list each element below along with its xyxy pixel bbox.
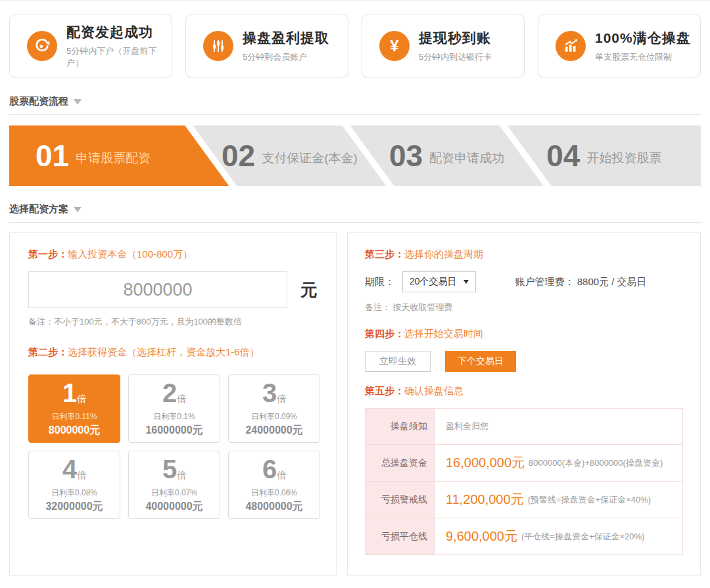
leverage-amount: 8000000元 bbox=[49, 424, 100, 438]
step-number: 02 bbox=[222, 141, 255, 171]
step-number: 01 bbox=[36, 141, 69, 171]
feature-card-allocation: 配资发起成功 5分钟内下户（开盘前下户） bbox=[9, 14, 172, 78]
step-01-apply[interactable]: 01 申请股票配资 bbox=[9, 125, 229, 186]
leverage-amount: 48000000元 bbox=[245, 500, 302, 514]
step4-label: 第四步： bbox=[365, 328, 404, 339]
stock-financing-page: 配资发起成功 5分钟内下户（开盘前下户） 操盘盈利提取 5分钟到会员账户 bbox=[0, 0, 710, 588]
step3-title: 选择你的操盘周期 bbox=[404, 248, 483, 260]
feature-subtitle: 5分钟内到达银行卡 bbox=[419, 51, 492, 63]
step1-heading: 第一步：输入投资本金（100-800万） bbox=[28, 248, 318, 261]
leverage-rate: 日利率0.11% bbox=[51, 411, 97, 422]
feature-card-profit: 操盘盈利提取 5分钟到会员账户 bbox=[185, 14, 348, 78]
leverage-option-5x[interactable]: 5倍 日利率0.07% 40000000元 bbox=[128, 451, 220, 519]
next-trading-day-button[interactable]: 下个交易日 bbox=[445, 351, 516, 372]
step-number: 04 bbox=[546, 141, 580, 171]
table-row-warning-line: 亏损警戒线 11,200,000元 (预警线=操盘资金+保证金×40%) bbox=[366, 481, 682, 518]
yuan-icon: ¥ bbox=[379, 31, 410, 61]
period-select-value: 20个交易日 bbox=[410, 276, 457, 288]
management-fee-label: 账户管理费： bbox=[515, 276, 575, 287]
principal-note: 备注：不小于100元，不大于800万元，且为100的整数倍 bbox=[28, 316, 318, 328]
leverage-times: 5 bbox=[162, 455, 177, 484]
leverage-option-4x[interactable]: 4倍 日利率0.08% 32000000元 bbox=[28, 451, 120, 519]
step-label: 配资申请成功 bbox=[429, 150, 504, 167]
sliders-icon bbox=[203, 31, 233, 61]
step2-label: 第二步： bbox=[28, 346, 68, 357]
fee-note: 备注： 按天收取管理费 bbox=[365, 302, 683, 313]
step1-label: 第一步： bbox=[28, 248, 68, 260]
leverage-times: 1 bbox=[62, 378, 77, 407]
process-section-title: 股票配资流程 bbox=[9, 95, 68, 108]
leverage-option-1x[interactable]: 1倍 日利率0.11% 8000000元 bbox=[28, 374, 120, 443]
table-row-liquidation-line: 亏损平仓线 9,600,000元 (平仓线=操盘资金+保证金×20%) bbox=[366, 518, 682, 554]
process-section-head: 股票配资流程 bbox=[0, 95, 710, 108]
top-divider bbox=[0, 0, 710, 1]
leverage-suffix: 倍 bbox=[77, 470, 86, 480]
row-value: 11,200,000元 bbox=[446, 491, 524, 509]
row-desc: (平仓线=操盘资金+保证金×20%) bbox=[521, 531, 644, 543]
leverage-rate: 日利率0.1% bbox=[153, 411, 195, 422]
refresh-circle-icon bbox=[27, 31, 57, 61]
leverage-rate: 日利率0.07% bbox=[151, 487, 197, 499]
feature-title: 配资发起成功 bbox=[66, 23, 172, 41]
process-steps-bar: 01 申请股票配资 02 支付保证金(本金) 03 配资申请成功 04 开始投资… bbox=[9, 125, 701, 186]
feature-subtitle: 5分钟到会员账户 bbox=[243, 51, 329, 63]
leverage-option-3x[interactable]: 3倍 日利率0.09% 24000000元 bbox=[228, 374, 320, 443]
leverage-amount: 32000000元 bbox=[45, 500, 103, 514]
step-label: 申请股票配资 bbox=[76, 150, 151, 167]
leverage-suffix: 倍 bbox=[277, 394, 286, 404]
step4-title: 选择开始交易时间 bbox=[404, 328, 483, 339]
step-label: 开始投资股票 bbox=[586, 150, 661, 167]
step4-heading: 第四步：选择开始交易时间 bbox=[365, 328, 683, 340]
feature-subtitle: 5分钟内下户（开盘前下户） bbox=[66, 45, 172, 69]
section-divider bbox=[9, 222, 701, 223]
row-value: 9,600,000元 bbox=[446, 528, 517, 545]
caret-down-icon bbox=[463, 280, 469, 284]
row-header: 总操盘资金 bbox=[366, 445, 435, 481]
row-desc: 盈利全归您 bbox=[446, 420, 488, 432]
leverage-times: 3 bbox=[262, 378, 277, 407]
feature-cards: 配资发起成功 5分钟内下户（开盘前下户） 操盘盈利提取 5分钟到会员账户 bbox=[0, 14, 710, 78]
table-row-total-funds: 总操盘资金 16,000,000元 8000000(本金)+8000000(操盘… bbox=[366, 444, 682, 481]
leverage-option-2x[interactable]: 2倍 日利率0.1% 16000000元 bbox=[128, 374, 220, 443]
feature-card-withdraw: ¥ 提现秒到账 5分钟内到达银行卡 bbox=[362, 14, 525, 78]
step3-heading: 第三步：选择你的操盘周期 bbox=[365, 248, 683, 261]
caret-down-icon[interactable] bbox=[74, 99, 82, 104]
left-panel: 第一步：输入投资本金（100-800万） 元 备注：不小于100元，不大于800… bbox=[9, 232, 337, 576]
leverage-times: 6 bbox=[262, 455, 277, 484]
leverage-rate: 日利率0.09% bbox=[251, 411, 297, 422]
feature-title: 100%满仓操盘 bbox=[595, 29, 691, 47]
plan-panels: 第一步：输入投资本金（100-800万） 元 备注：不小于100元，不大于800… bbox=[0, 232, 710, 576]
table-row-notice: 操盘须知 盈利全归您 bbox=[366, 409, 682, 444]
leverage-rate: 日利率0.08% bbox=[51, 487, 97, 499]
step5-label: 第五步： bbox=[365, 385, 404, 396]
chart-up-icon bbox=[556, 31, 586, 61]
leverage-suffix: 倍 bbox=[177, 470, 186, 480]
management-fee-value: 8800元 / 交易日 bbox=[577, 276, 647, 287]
row-desc: (预警线=操盘资金+保证金×40%) bbox=[528, 494, 651, 506]
leverage-option-6x[interactable]: 6倍 日利率0.06% 48000000元 bbox=[228, 451, 320, 519]
period-select[interactable]: 20个交易日 bbox=[402, 271, 476, 292]
step1-title: 输入投资本金（100-800万） bbox=[68, 248, 193, 260]
row-header: 亏损平仓线 bbox=[366, 518, 435, 554]
feature-subtitle: 单支股票无仓位限制 bbox=[595, 51, 691, 63]
section-divider bbox=[9, 114, 701, 115]
caret-down-icon[interactable] bbox=[74, 207, 82, 212]
row-header: 亏损警戒线 bbox=[366, 482, 435, 518]
leverage-suffix: 倍 bbox=[177, 394, 186, 404]
plan-section-title: 选择配资方案 bbox=[9, 203, 68, 215]
step5-heading: 第五步：确认操盘信息 bbox=[365, 385, 683, 397]
leverage-times: 2 bbox=[162, 378, 177, 407]
leverage-options: 1倍 日利率0.11% 8000000元 2倍 日利率0.1% 16000000… bbox=[28, 374, 318, 519]
feature-card-full-position: 100%满仓操盘 单支股票无仓位限制 bbox=[538, 14, 701, 78]
leverage-amount: 16000000元 bbox=[145, 424, 202, 438]
right-panel: 第三步：选择你的操盘周期 期限： 20个交易日 账户管理费： 8800元 / 交… bbox=[347, 232, 701, 576]
row-value: 16,000,000元 bbox=[446, 454, 525, 472]
period-label: 期限： bbox=[365, 276, 394, 288]
leverage-amount: 40000000元 bbox=[145, 500, 202, 514]
confirm-info-table: 操盘须知 盈利全归您 总操盘资金 16,000,000元 8000000(本金)… bbox=[365, 408, 683, 555]
start-immediately-button[interactable]: 立即生效 bbox=[365, 351, 431, 372]
step5-title: 确认操盘信息 bbox=[404, 385, 463, 396]
leverage-times: 4 bbox=[62, 455, 77, 484]
step2-heading: 第二步：选择获得资金（选择杠杆，资金放大1-6倍） bbox=[28, 346, 318, 359]
principal-input[interactable] bbox=[28, 271, 287, 308]
